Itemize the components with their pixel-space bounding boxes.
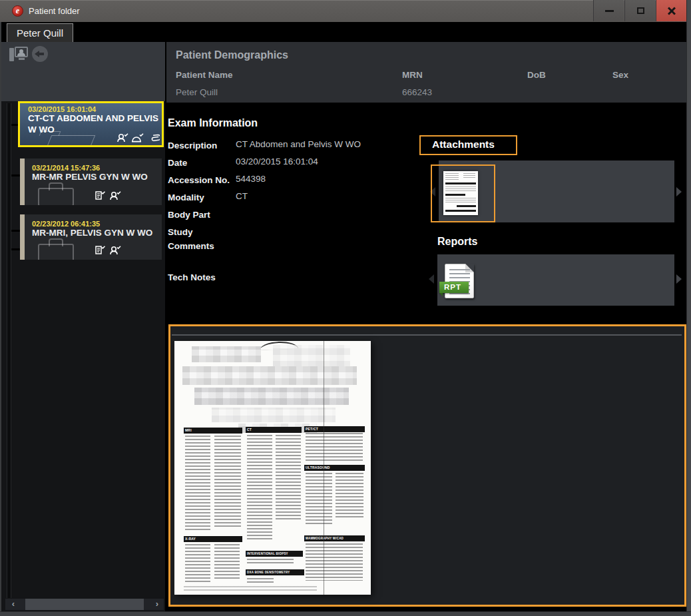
form-fine-print [184,586,317,591]
label-accession: Accession No. [168,174,236,188]
form-text [185,436,210,531]
window-title: Patient folder [29,0,80,22]
timeline-tick [11,248,20,250]
redacted-mosaic [182,366,357,385]
horizontal-scrollbar[interactable]: ‹ › [5,599,164,610]
value-mrn: 666243 [402,87,432,97]
value-description: CT Abdomen and Pelvis W WO [236,139,361,149]
form-text [214,544,240,580]
col-dob: DoB [527,70,546,80]
form-section-xray: X-RAY [184,536,242,542]
patient-folder-icon[interactable] [9,47,28,63]
briefcase-icon [38,188,75,205]
form-section-ct: CT [246,427,302,433]
attachment-thumbnail-image [443,171,478,215]
rpt-badge: RPT [439,282,469,293]
report-check-icon [95,245,107,256]
approved-person-icon [116,133,128,143]
maximize-icon [637,7,644,14]
window-border [686,0,691,616]
patient-demographics-panel: Patient Demographics Patient Name MRN Do… [166,42,686,103]
form-text [276,435,301,520]
reports-title: Reports [437,236,477,248]
window-border [0,611,691,616]
briefcase-icon [38,244,75,260]
value-modality: CT [236,191,248,201]
form-section-petct: PET/CT [304,426,365,432]
value-patient-name: Peter Quill [176,87,218,97]
scanned-order-form: MRI CT PET/CT ULTRASOUND X-RAY INTERVENT… [174,341,371,595]
attachment-thumbnail[interactable] [431,164,495,222]
maximize-button[interactable] [624,0,655,21]
study-date: 02/23/2012 06:41:35 [32,220,158,228]
attachment-paperclip-icon [150,132,162,143]
study-card-mr-pelvis-2014[interactable]: 03/21/2014 15:47:36 MR-MR PELVIS GYN W W… [20,158,162,205]
value-accession: 544398 [236,174,266,184]
form-section-interventional-biopsy: INTERVENTIONAL BIOPSY [246,551,303,557]
report-page-icon [445,264,474,298]
scrollbar-thumb[interactable] [25,599,144,610]
approved-person-icon [109,245,121,256]
form-text [214,436,241,527]
value-date: 03/20/2015 16:01:04 [236,156,318,166]
form-section-mammography: MAMMOGRAPHY W/CAD [304,535,365,541]
form-text [185,544,210,584]
form-text [306,543,363,581]
label-description: Description [168,139,236,153]
titlebar: e Patient folder [0,0,686,22]
strip-scroll-right-icon[interactable] [676,187,682,196]
label-study-comments: Study Comments [168,226,236,254]
patient-folder-window: e Patient folder Peter Quill 03/20/2015 … [0,0,691,616]
strip-scroll-left-icon[interactable] [429,274,434,284]
form-text [306,473,332,526]
label-body-part: Body Part [168,208,236,222]
study-title: MR-MR PELVIS GYN W WO [32,172,158,183]
redacted-mosaic [212,408,336,422]
form-section-mri: MRI [184,428,242,434]
minimize-icon [605,10,614,12]
report-rpt-icon[interactable]: RPT [442,264,477,300]
scroll-left-icon[interactable]: ‹ [7,599,20,610]
label-date: Date [168,156,236,170]
minimize-button[interactable] [593,0,624,21]
exam-information-title: Exam Information [168,117,258,129]
col-patient-name: Patient Name [176,70,233,80]
close-icon [667,6,676,15]
label-modality: Modality [168,191,236,205]
timeline-tick [11,174,20,176]
form-section-dxa: DXA BONE DENSITOMETRY [246,569,304,575]
study-card-mri-pelvis-2012[interactable]: 02/23/2012 06:41:35 MR-MRI, PELVIS GYN W… [20,214,162,260]
study-title: MR-MRI, PELVIS GYN W WO [32,228,158,239]
redacted-mosaic [192,346,261,362]
window-border [0,22,1,616]
tab-strip: Peter Quill [0,22,686,42]
form-text [247,435,272,541]
redacted-mosaic [194,388,349,405]
study-date: 03/21/2014 15:47:36 [32,164,158,172]
form-section-ultrasound: ULTRASOUND [304,465,365,471]
form-text [247,578,274,583]
form-text [306,433,363,462]
tab-peter-quill[interactable]: Peter Quill [7,23,73,42]
report-check-icon [95,190,107,201]
attachments-header-highlight: Attachments [419,135,517,155]
label-tech-notes: Tech Notes [168,271,236,285]
approved-person-icon [109,190,121,201]
back-arrow-icon[interactable] [32,46,48,62]
scroll-right-icon[interactable]: › [150,599,164,610]
timeline-tick [11,230,20,232]
timeline-track [7,103,11,598]
study-card-ct-abdomen[interactable]: 03/20/2015 16:01:04 CT-CT ABDOMEN AND PE… [18,101,164,147]
study-date: 03/20/2015 16:01:04 [28,105,161,113]
strip-scroll-right-icon[interactable] [676,274,682,284]
attachment-preview-panel: MRI CT PET/CT ULTRASOUND X-RAY INTERVENT… [168,324,686,607]
col-mrn: MRN [402,70,423,80]
close-button[interactable] [656,0,686,21]
form-text [247,559,294,565]
attachments-title: Attachments [432,139,516,151]
preview-divider [172,334,682,336]
demographics-title: Patient Demographics [176,49,288,61]
page-fold-line [324,341,324,595]
redacted-mosaic [273,345,350,368]
app-logo-icon: e [12,5,23,17]
